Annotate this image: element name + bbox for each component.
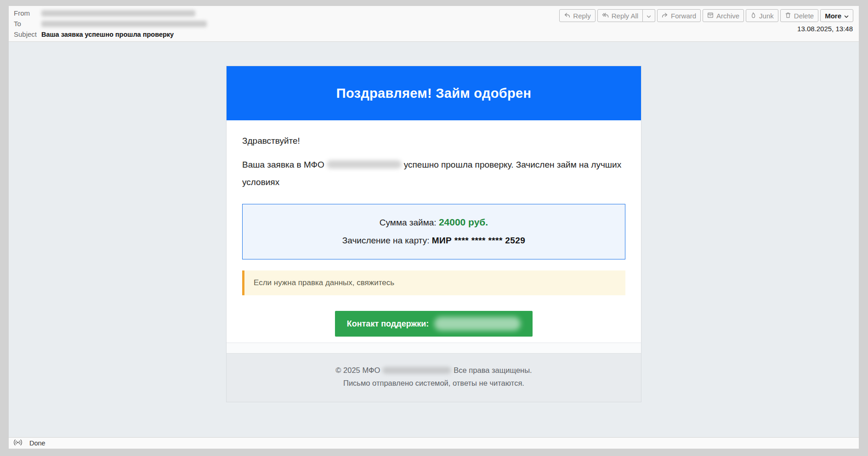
support-button-wrapper: Контакт поддержки: (242, 311, 625, 337)
reply-icon (564, 12, 570, 20)
delete-label: Delete (794, 12, 814, 20)
reply-all-icon (602, 12, 609, 20)
junk-flame-icon (750, 12, 756, 20)
card-credit-label: Зачисление на карту: (342, 236, 430, 245)
more-button[interactable]: More (820, 9, 853, 22)
to-value[interactable] (41, 19, 207, 28)
address-rows: From To Subject Ваша заявка успешно прош… (14, 9, 207, 39)
card-credit-line: Зачисление на карту: МИР **** **** **** … (247, 236, 620, 246)
chevron-down-icon (647, 12, 651, 20)
forward-icon (662, 12, 668, 20)
email-card: Поздравляем! Займ одобрен Здравствуйте! … (226, 66, 641, 402)
message-header-pane: From To Subject Ваша заявка успешно прош… (9, 6, 859, 42)
email-footer-spacer (227, 343, 641, 353)
footer-mfo-name-redacted (382, 367, 451, 374)
notice-text: Если нужна правка данных, свяжитесь (254, 278, 394, 287)
mail-client-window: From To Subject Ваша заявка успешно прош… (9, 6, 859, 449)
support-contact-button[interactable]: Контакт поддержки: (335, 311, 533, 337)
reply-label: Reply (573, 12, 590, 20)
loan-info-box: Сумма займа: 24000 руб. Зачисление на ка… (242, 204, 625, 259)
message-body-viewer: Поздравляем! Займ одобрен Здравствуйте! … (9, 42, 859, 437)
email-content: Здравствуйте! Ваша заявка в МФОуспешно п… (227, 120, 641, 343)
archive-button[interactable]: Archive (703, 9, 744, 22)
subject-label: Subject (14, 30, 41, 39)
more-chevron-down-icon (844, 12, 849, 20)
loan-amount-line: Сумма займа: 24000 руб. (247, 217, 620, 228)
reply-all-split-button: Reply All (597, 9, 655, 22)
archive-icon (707, 12, 714, 20)
forward-button[interactable]: Forward (657, 9, 701, 22)
trash-icon (785, 12, 791, 20)
notice-box: Если нужна правка данных, свяжитесь (242, 270, 625, 295)
broadcast-icon (13, 439, 23, 447)
archive-label: Archive (716, 12, 739, 20)
body-text-before: Ваша заявка в МФО (242, 160, 324, 169)
message-toolbar: Reply Reply All F (559, 9, 853, 22)
reply-all-button[interactable]: Reply All (597, 9, 643, 22)
footer-copyright-before: © 2025 МФО (335, 366, 380, 374)
from-value[interactable] (41, 9, 207, 18)
footer-copyright-line: © 2025 МФОВсе права защищены. (227, 366, 641, 375)
loan-amount-label: Сумма займа: (380, 218, 437, 227)
body-paragraph: Ваша заявка в МФОуспешно прошла проверку… (242, 156, 625, 191)
subject-value: Ваша заявка успешно прошла проверку (41, 30, 207, 39)
from-value-redacted (41, 10, 195, 17)
status-bar: Done (9, 437, 859, 449)
banner-title: Поздравляем! Займ одобрен (336, 86, 531, 101)
greeting-text: Здравствуйте! (242, 136, 625, 146)
support-button-label: Контакт поддержки: (347, 319, 429, 329)
more-label: More (825, 12, 841, 20)
reply-all-label: Reply All (612, 12, 638, 20)
delete-button[interactable]: Delete (780, 9, 818, 22)
footer-noreply-line: Письмо отправлено системой, ответы не чи… (227, 378, 641, 388)
to-value-redacted (41, 21, 207, 27)
loan-amount-value: 24000 руб. (439, 217, 488, 227)
to-label: To (14, 19, 41, 28)
junk-button[interactable]: Junk (746, 9, 778, 22)
from-label: From (14, 9, 41, 18)
support-phone-redacted (434, 317, 521, 331)
junk-label: Junk (759, 12, 774, 20)
reply-button[interactable]: Reply (559, 9, 595, 22)
card-number-value: МИР **** **** **** 2529 (432, 236, 525, 245)
reply-all-dropdown-button[interactable] (643, 9, 655, 22)
email-banner: Поздравляем! Займ одобрен (227, 66, 641, 120)
status-text: Done (29, 439, 45, 447)
message-date: 13.08.2025, 13:48 (797, 25, 853, 33)
forward-label: Forward (671, 12, 696, 20)
email-footer: © 2025 МФОВсе права защищены. Письмо отп… (227, 353, 641, 402)
mfo-name-redacted (327, 160, 402, 169)
footer-copyright-after: Все права защищены. (454, 366, 532, 374)
